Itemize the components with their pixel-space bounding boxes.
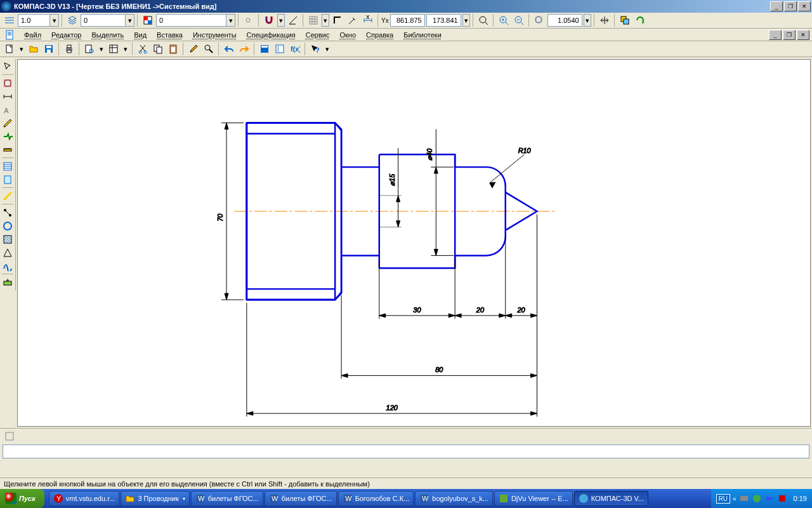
menu-spec[interactable]: Спецификация bbox=[242, 30, 301, 40]
panel-icon[interactable] bbox=[3, 429, 16, 443]
zoom-fit-icon[interactable] bbox=[532, 13, 546, 27]
lang-indicator[interactable]: RU bbox=[716, 494, 730, 504]
report-tool-icon[interactable] bbox=[1, 173, 14, 186]
grid-icon[interactable] bbox=[306, 13, 320, 27]
task-browser[interactable]: Yvmt.vstu.edu.r... bbox=[49, 491, 120, 506]
zoom-out-icon[interactable] bbox=[512, 13, 526, 27]
dims-tool-icon[interactable] bbox=[1, 90, 14, 103]
line-style-input[interactable] bbox=[18, 14, 49, 27]
minimize-button[interactable]: _ bbox=[770, 1, 783, 11]
tray-icon[interactable] bbox=[764, 493, 775, 504]
menu-insert[interactable]: Вставка bbox=[152, 30, 188, 40]
pan-icon[interactable] bbox=[598, 13, 612, 27]
dropdown-icon[interactable]: ▾ bbox=[226, 14, 235, 27]
find-icon[interactable] bbox=[202, 42, 216, 56]
start-button[interactable]: Пуск bbox=[0, 489, 44, 508]
layers-icon[interactable] bbox=[618, 13, 632, 27]
tray-icon[interactable] bbox=[777, 493, 787, 504]
close-button[interactable]: ✕ bbox=[798, 1, 811, 11]
link-icon[interactable] bbox=[242, 13, 256, 27]
dropdown-icon[interactable]: ▾ bbox=[324, 43, 331, 55]
angle-icon[interactable] bbox=[286, 13, 300, 27]
copy-icon[interactable] bbox=[151, 42, 165, 56]
spline-tool-icon[interactable] bbox=[1, 260, 14, 272]
task-word2[interactable]: Wбилеты ФГОС... bbox=[265, 491, 337, 506]
tray-expand-icon[interactable]: « bbox=[733, 495, 737, 502]
menu-help[interactable]: Справка bbox=[361, 30, 398, 40]
line-style-icon[interactable] bbox=[3, 13, 16, 27]
print-icon[interactable] bbox=[62, 42, 76, 56]
maximize-button[interactable]: ❐ bbox=[784, 1, 797, 11]
layer-input[interactable] bbox=[81, 14, 125, 27]
task-djvu[interactable]: DjVu Viewer -- E... bbox=[494, 491, 573, 506]
magnet-icon[interactable] bbox=[262, 13, 276, 27]
menu-service[interactable]: Сервис bbox=[301, 30, 335, 40]
dropdown-icon[interactable]: ▾ bbox=[322, 14, 329, 27]
command-input[interactable] bbox=[3, 444, 809, 458]
dropdown-icon[interactable]: ▾ bbox=[18, 43, 25, 55]
undo-icon[interactable] bbox=[222, 42, 236, 56]
circle-tool-icon[interactable] bbox=[1, 220, 14, 232]
menu-edit[interactable]: Редактор bbox=[46, 30, 86, 40]
mdi-restore-button[interactable]: ❐ bbox=[783, 30, 796, 40]
refresh-icon[interactable] bbox=[633, 13, 647, 27]
preview-icon[interactable] bbox=[82, 42, 96, 56]
variables-icon[interactable]: f(x) bbox=[288, 42, 302, 56]
ortho-icon[interactable] bbox=[331, 13, 344, 27]
redo-icon[interactable] bbox=[237, 42, 251, 56]
dropdown-icon[interactable]: ▾ bbox=[125, 14, 134, 27]
coord-y-input[interactable] bbox=[426, 14, 461, 27]
mdi-close-button[interactable]: ✕ bbox=[797, 30, 809, 40]
tree-icon[interactable] bbox=[273, 42, 287, 56]
clock[interactable]: 0:19 bbox=[794, 495, 807, 502]
insert-tool-icon[interactable] bbox=[1, 276, 14, 289]
param-tool-icon[interactable] bbox=[1, 130, 14, 143]
menu-tools[interactable]: Инструменты bbox=[188, 30, 242, 40]
properties-icon[interactable] bbox=[107, 42, 121, 56]
spec-tool-icon[interactable] bbox=[1, 160, 14, 173]
tray-icon[interactable] bbox=[739, 493, 749, 504]
dropdown-icon[interactable]: ▾ bbox=[49, 14, 59, 27]
coord-x-input[interactable] bbox=[390, 14, 425, 27]
zoom-in-icon[interactable] bbox=[497, 13, 511, 27]
save-icon[interactable] bbox=[42, 42, 56, 56]
triangle-tool-icon[interactable] bbox=[1, 246, 14, 259]
color-input[interactable] bbox=[156, 14, 226, 27]
dim-icon[interactable]: x bbox=[361, 13, 375, 27]
assoc-tool-icon[interactable] bbox=[1, 190, 14, 203]
menu-libs[interactable]: Библиотеки bbox=[398, 30, 447, 40]
color-icon[interactable] bbox=[141, 13, 155, 27]
snap-icon[interactable] bbox=[346, 13, 360, 27]
open-icon[interactable] bbox=[27, 42, 41, 56]
dropdown-icon[interactable]: ▾ bbox=[277, 14, 285, 27]
dropdown-icon[interactable]: ▾ bbox=[122, 43, 129, 55]
task-word1[interactable]: Wбилеты ФГОС... bbox=[191, 491, 263, 506]
dropdown-icon[interactable]: ▾ bbox=[584, 14, 591, 27]
brush-icon[interactable] bbox=[187, 42, 200, 56]
point-tool-icon[interactable] bbox=[1, 206, 14, 219]
task-explorer[interactable]: 3 Проводник▾ bbox=[121, 491, 189, 506]
task-word3[interactable]: WБоголюбов С.К... bbox=[338, 491, 414, 506]
menu-view[interactable]: Вид bbox=[129, 30, 152, 40]
zoom-input[interactable] bbox=[547, 14, 582, 27]
select-tool-icon[interactable] bbox=[1, 60, 14, 73]
task-kompas[interactable]: КОМПАС-3D V... bbox=[574, 491, 648, 506]
menu-window[interactable]: Окно bbox=[334, 30, 361, 40]
zoom-icon[interactable] bbox=[476, 13, 490, 27]
paste-icon[interactable] bbox=[166, 42, 180, 56]
task-word4[interactable]: Wbogolyubov_s_k... bbox=[415, 491, 493, 506]
edit-tool-icon[interactable] bbox=[1, 117, 14, 130]
new-icon[interactable] bbox=[3, 42, 16, 56]
manager-icon[interactable] bbox=[258, 42, 272, 56]
dropdown-icon[interactable]: ▾ bbox=[98, 43, 105, 55]
hatch-tool-icon[interactable] bbox=[1, 233, 14, 246]
geometry-tool-icon[interactable] bbox=[1, 77, 14, 90]
menu-select[interactable]: Выделить bbox=[86, 30, 129, 40]
tray-icon[interactable] bbox=[752, 493, 762, 504]
cut-icon[interactable] bbox=[136, 42, 150, 56]
canvas[interactable]: 70 120 80 30 20 20 bbox=[17, 59, 811, 427]
dropdown-icon[interactable]: ▾ bbox=[462, 14, 470, 27]
text-tool-icon[interactable]: A bbox=[1, 104, 14, 116]
help-icon[interactable]: ? bbox=[308, 42, 322, 56]
measure-tool-icon[interactable] bbox=[1, 144, 14, 156]
